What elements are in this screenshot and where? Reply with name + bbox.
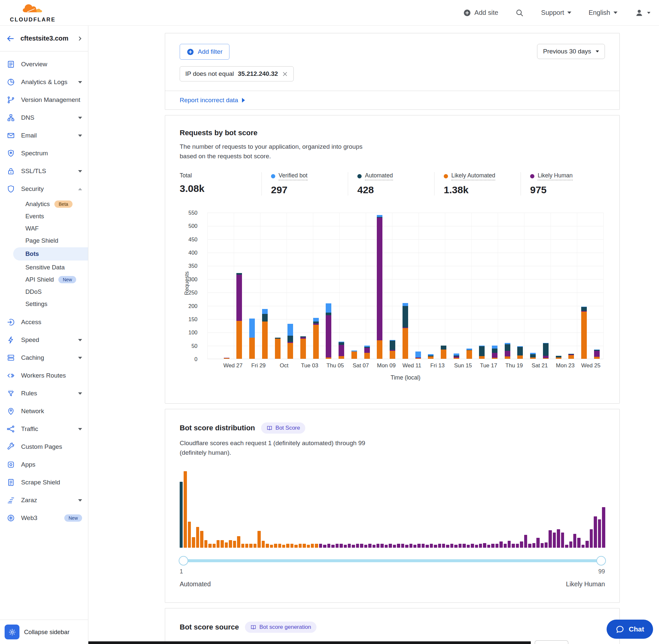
histogram-bar <box>450 544 453 548</box>
sidebar-item-analytics[interactable]: AnalyticsBeta <box>0 198 88 210</box>
sidebar-item-spectrum[interactable]: Spectrum <box>0 144 88 162</box>
histogram-bar <box>442 544 445 548</box>
collapse-sidebar-label: Collapse sidebar <box>24 628 70 636</box>
sidebar-item-ddos[interactable]: DDoS <box>0 285 88 298</box>
histogram-bar <box>598 519 601 548</box>
bar-segment-likely-automated <box>275 339 281 359</box>
sidebar-item-email[interactable]: Email <box>0 127 88 144</box>
cloudflare-logo[interactable]: CLOUDFLARE <box>8 3 56 23</box>
sidebar-item-zaraz[interactable]: Zaraz <box>0 491 88 509</box>
plus-circle-icon <box>463 9 471 17</box>
bar-slot <box>450 213 463 359</box>
sidebar-item-ssl-tls[interactable]: SSL/TLS <box>0 162 88 180</box>
chevron-down-icon <box>647 12 651 14</box>
y-tick: 550 <box>188 210 197 216</box>
sidebar-item-version-management[interactable]: Version Management <box>0 91 88 109</box>
histogram-bar <box>508 541 511 548</box>
bot-score-histogram <box>180 470 605 548</box>
collapse-sidebar[interactable]: Collapse sidebar <box>0 620 88 644</box>
sidebar-item-events[interactable]: Events <box>0 210 88 222</box>
chat-button[interactable]: Chat <box>607 620 653 639</box>
histogram-bar <box>405 545 408 548</box>
language-menu[interactable]: English <box>588 9 617 17</box>
sidebar-item-apps[interactable]: Apps <box>0 456 88 474</box>
sidebar-item-custom-pages[interactable]: Custom Pages <box>0 438 88 456</box>
sidebar-item-overview[interactable]: Overview <box>0 55 88 73</box>
slider-left-caption: Automated <box>180 580 211 588</box>
account-menu[interactable] <box>635 8 651 18</box>
bar-slot <box>258 213 271 359</box>
requests-stats-row: Total 3.08k Verified bot 297 Automated 4… <box>180 172 605 196</box>
sidebar-item-label: Events <box>25 213 44 220</box>
sidebar-item-web3[interactable]: Web3New <box>0 509 88 527</box>
histogram-bar <box>430 544 433 548</box>
email-icon <box>6 131 15 140</box>
histogram-bar <box>299 544 302 548</box>
sidebar-item-page-shield[interactable]: Page Shield <box>0 234 88 247</box>
sidebar-item-caching[interactable]: Caching <box>0 349 88 367</box>
stacked-bar <box>236 273 242 359</box>
sidebar-item-scrape-shield[interactable]: Scrape Shield <box>0 474 88 491</box>
gear-button[interactable] <box>5 624 20 639</box>
sidebar-item-dns[interactable]: DNS <box>0 109 88 127</box>
sidebar-item-bots[interactable]: Bots <box>13 247 88 260</box>
histogram-bar <box>380 544 383 548</box>
bar-slot <box>310 213 323 359</box>
bar-segment-likely-human <box>236 275 242 321</box>
search-button[interactable] <box>515 8 524 17</box>
add-filter-button[interactable]: Add filter <box>180 44 230 60</box>
stacked-bar <box>390 340 395 359</box>
add-site-button[interactable]: Add site <box>463 9 498 17</box>
sidebar-item-label: Network <box>21 408 82 415</box>
sidebar-item-rules[interactable]: Rules <box>0 385 88 402</box>
remove-filter-icon[interactable] <box>282 71 288 77</box>
sidebar-item-network[interactable]: Network <box>0 402 88 420</box>
card-description: Cloudflare scores each request 1 (defini… <box>180 439 369 457</box>
chevron-right-icon[interactable] <box>77 36 83 42</box>
stacked-bar <box>351 350 357 359</box>
bar-segment-likely-automated <box>351 351 357 359</box>
search-icon <box>515 8 524 17</box>
report-incorrect-data-link[interactable]: Report incorrect data <box>165 91 619 110</box>
sidebar-item-settings[interactable]: Settings <box>0 298 88 310</box>
stat-likely-human: Likely Human 975 <box>521 172 607 196</box>
stacked-bar <box>441 346 446 359</box>
sidebar-item-api-shield[interactable]: API ShieldNew <box>0 273 88 285</box>
stacked-bar <box>517 346 523 359</box>
new-badge: New <box>58 276 76 283</box>
bar-slot <box>245 213 258 359</box>
filter-chip[interactable]: IP does not equal 35.212.240.32 <box>180 66 294 82</box>
histogram-bar <box>220 540 223 548</box>
sidebar-item-traffic[interactable]: Traffic <box>0 420 88 438</box>
bot-score-generation-badge[interactable]: Bot score generation <box>245 622 316 633</box>
bar-segment-likely-automated <box>300 339 306 359</box>
sidebar-item-label: Email <box>21 132 72 139</box>
date-range-select[interactable]: Previous 30 days <box>537 44 605 59</box>
slider-handle-max[interactable] <box>596 556 606 566</box>
slider-track[interactable] <box>180 559 605 562</box>
stacked-bar <box>505 343 510 359</box>
histogram-bar <box>524 535 527 548</box>
back-arrow-icon[interactable] <box>6 34 15 43</box>
histogram-bar <box>533 543 535 548</box>
sidebar-item-access[interactable]: Access <box>0 313 88 331</box>
bar-segment-automated <box>441 346 446 349</box>
histogram-bar <box>286 544 289 548</box>
sidebar-item-security[interactable]: Security <box>0 180 88 198</box>
bar-segment-likely-automated <box>313 325 319 359</box>
slider-handle-min[interactable] <box>179 556 188 566</box>
sidebar-item-analytics-logs[interactable]: Analytics & Logs <box>0 73 88 91</box>
sidebar-item-sensitive-data[interactable]: Sensitive Data <box>0 261 88 273</box>
sidebar-item-speed[interactable]: Speed <box>0 331 88 349</box>
bot-score-badge[interactable]: Bot Score <box>261 422 306 434</box>
legend-dot <box>530 174 534 178</box>
analytics-icon <box>6 78 15 86</box>
plus-circle-icon <box>187 48 194 56</box>
user-icon <box>635 8 644 18</box>
book-icon <box>266 425 273 431</box>
support-menu[interactable]: Support <box>541 9 571 17</box>
bar-segment-verified-bot <box>249 319 255 338</box>
sidebar-item-label: API Shield <box>25 276 54 283</box>
sidebar-item-workers-routes[interactable]: Workers Routes <box>0 367 88 385</box>
sidebar-item-waf[interactable]: WAF <box>0 222 88 234</box>
